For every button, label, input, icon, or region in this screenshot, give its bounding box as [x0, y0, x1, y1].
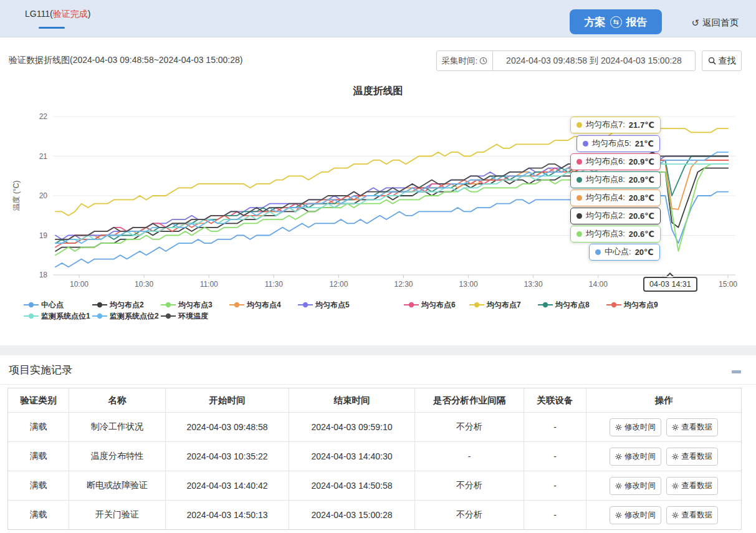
- table-cell: 开关门验证: [69, 500, 166, 529]
- collect-time-label: 采集时间:: [436, 50, 493, 71]
- view-data-button[interactable]: 查看数据: [666, 418, 718, 436]
- edit-time-button[interactable]: 修改时间: [610, 506, 661, 524]
- action-button-label: 查看数据: [681, 481, 712, 491]
- series-tooltip: 均匀布点2: 20.6℃: [570, 208, 661, 224]
- table-row: 满载温度分布特性2024-04-03 10:35:222024-04-03 14…: [8, 441, 741, 471]
- table-header-cell: 操作: [586, 388, 741, 412]
- edit-time-button[interactable]: 修改时间: [610, 477, 661, 495]
- section-gap: [0, 345, 756, 355]
- tooltip-value: 21℃: [635, 139, 654, 148]
- legend-marker-icon: [229, 302, 244, 308]
- plan-label: 方案: [585, 15, 606, 29]
- top-bar: LG111(验证完成) 方案 ⇆ 报告 ↺ 返回首页: [0, 0, 756, 37]
- action-button-label: 查看数据: [681, 510, 712, 521]
- tab-lg111[interactable]: LG111(验证完成): [25, 9, 90, 20]
- gear-icon: [615, 512, 622, 519]
- legend-label: 均匀布点3: [178, 300, 213, 310]
- table-row: 满载开关门验证2024-04-03 14:50:132024-04-03 15:…: [8, 500, 741, 529]
- legend-item[interactable]: 监测系统点位1: [24, 311, 90, 321]
- view-data-button[interactable]: 查看数据: [666, 448, 718, 466]
- tooltip-value: 21.7℃: [629, 120, 654, 130]
- table-cell: 2024-04-03 14:50:58: [289, 471, 415, 500]
- legend-item[interactable]: 均匀布点3: [161, 300, 213, 310]
- gear-icon: [615, 424, 622, 431]
- gear-icon: [672, 483, 679, 489]
- tooltip-series-name: 均匀布点5:: [592, 138, 631, 149]
- legend-item[interactable]: 均匀布点4: [229, 300, 281, 310]
- action-button-label: 修改时间: [624, 422, 656, 433]
- legend-item[interactable]: 均匀布点6: [404, 300, 456, 310]
- legend-marker-icon: [161, 313, 176, 319]
- implementation-record-card: 项目实施记录 验证类别名称开始时间结束时间是否分析作业间隔关联设备操作满载制冷工…: [0, 355, 756, 533]
- table-cell: -: [524, 500, 586, 529]
- tooltip-series-name: 均匀布点8:: [586, 174, 625, 185]
- legend-label: 中心点: [41, 300, 64, 310]
- legend-item[interactable]: 中心点: [24, 300, 64, 310]
- y-tick-label: 21: [39, 152, 48, 161]
- legend-label: 均匀布点2: [110, 300, 144, 310]
- tooltip-value: 20℃: [635, 247, 654, 257]
- table-cell: 不分析: [415, 412, 524, 441]
- table-row: 满载断电或故障验证2024-04-03 14:40:422024-04-03 1…: [8, 471, 741, 500]
- plan-report-toggle-button[interactable]: 方案 ⇆ 报告: [570, 9, 662, 34]
- y-axis-title: 温度 (°C): [12, 181, 21, 211]
- collect-time-input[interactable]: [492, 50, 696, 71]
- table-actions-cell: 修改时间查看数据: [586, 500, 741, 529]
- search-icon: [708, 57, 716, 65]
- legend-label: 均匀布点9: [624, 300, 658, 310]
- legend-item[interactable]: 均匀布点8: [538, 300, 590, 310]
- tab-status: 验证完成: [53, 9, 88, 19]
- back-home-link[interactable]: ↺ 返回首页: [691, 17, 739, 29]
- legend-item[interactable]: 均匀布点5: [298, 300, 350, 310]
- table-cell: 满载: [8, 471, 69, 500]
- legend-item[interactable]: 均匀布点7: [469, 300, 521, 310]
- collapse-icon[interactable]: [732, 370, 741, 373]
- back-home-label: 返回首页: [702, 17, 739, 29]
- action-button-label: 修改时间: [624, 510, 656, 521]
- table-header-cell: 关联设备: [524, 388, 586, 412]
- y-tick-label: 18: [39, 271, 48, 279]
- edit-time-button[interactable]: 修改时间: [610, 448, 661, 466]
- gear-icon: [672, 512, 679, 519]
- chart-title: 温度折线图: [0, 85, 756, 98]
- table-actions-cell: 修改时间查看数据: [586, 412, 741, 441]
- swap-icon: ⇆: [610, 16, 622, 28]
- series-tooltip: 中心点: 20℃: [589, 244, 660, 261]
- report-label: 报告: [626, 15, 648, 29]
- legend-marker-icon: [538, 302, 553, 308]
- x-tick-label: 12:00: [329, 280, 348, 289]
- implementation-table: 验证类别名称开始时间结束时间是否分析作业间隔关联设备操作满载制冷工作状况2024…: [7, 388, 742, 530]
- legend-item[interactable]: 均匀布点9: [606, 300, 658, 310]
- table-cell: 2024-04-03 14:40:30: [289, 441, 415, 471]
- legend-item[interactable]: 监测系统点位2: [92, 311, 159, 321]
- table-header-cell: 结束时间: [289, 388, 415, 412]
- edit-time-button[interactable]: 修改时间: [610, 418, 661, 436]
- tooltip-series-name: 均匀布点3:: [586, 228, 625, 239]
- table-cell: -: [524, 441, 586, 471]
- clock-icon: [479, 57, 487, 65]
- legend-label: 监测系统点位1: [41, 311, 90, 322]
- table-cell: 2024-04-03 10:35:22: [166, 441, 289, 471]
- gear-icon: [615, 453, 622, 460]
- legend-label: 均匀布点8: [555, 300, 590, 310]
- action-button-label: 修改时间: [624, 481, 656, 491]
- series-tooltip: 均匀布点7: 21.7℃: [570, 117, 661, 133]
- legend-item[interactable]: 均匀布点2: [92, 300, 144, 310]
- search-button[interactable]: 查找: [702, 50, 742, 71]
- series-tooltip: 均匀布点5: 21℃: [577, 135, 660, 152]
- legend-item[interactable]: 环境温度: [161, 311, 208, 321]
- series-tooltip: 均匀布点4: 20.8℃: [570, 190, 661, 206]
- table-cell: 2024-04-03 09:59:10: [289, 412, 415, 441]
- search-label: 查找: [719, 55, 736, 67]
- series-dot-icon: [577, 213, 582, 219]
- legend-marker-icon: [298, 302, 313, 308]
- chart-card: 验证数据折线图(2024-04-03 09:48:58~2024-04-03 1…: [0, 37, 756, 345]
- tab-label-suffix: ): [88, 9, 91, 19]
- view-data-button[interactable]: 查看数据: [666, 506, 718, 524]
- legend-marker-icon: [606, 302, 621, 308]
- view-data-button[interactable]: 查看数据: [666, 477, 718, 495]
- table-cell: 满载: [8, 412, 69, 441]
- gear-icon: [672, 424, 679, 431]
- table-row: 满载制冷工作状况2024-04-03 09:48:582024-04-03 09…: [8, 412, 741, 441]
- chart-subtitle: 验证数据折线图(2024-04-03 09:48:58~2024-04-03 1…: [9, 55, 243, 66]
